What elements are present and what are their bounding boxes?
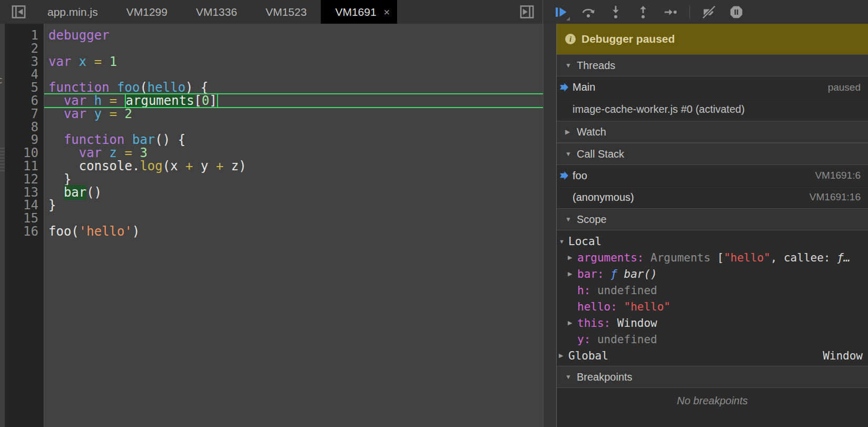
code-line-6[interactable]: var h = arguments[0] [48, 94, 543, 108]
show-navigator-icon[interactable] [519, 4, 535, 20]
scope-row[interactable]: ▶GlobalWindow [557, 347, 868, 364]
code-token: "hello" [724, 251, 771, 264]
code-token: bar: [577, 268, 610, 280]
frame-function-name: foo [573, 170, 587, 182]
scope-row[interactable]: ▼Local [557, 233, 868, 249]
section-header-call-stack[interactable]: ▼ Call Stack [557, 143, 868, 165]
code-token [86, 106, 94, 121]
section-label: Call Stack [577, 148, 624, 160]
navigator-scrollbar-thumb[interactable] [0, 148, 5, 173]
line-number[interactable]: 1 [5, 29, 38, 42]
call-stack-frame-foo[interactable]: fooVM1691:6 [557, 165, 868, 187]
sidebar-filler [557, 407, 868, 427]
line-number[interactable]: 2 [5, 42, 38, 55]
code-line-3[interactable]: var x = 1 [48, 55, 543, 69]
code-line-10[interactable]: var z = 3 [48, 147, 543, 160]
resume-script-icon[interactable] [551, 3, 570, 22]
scope-row[interactable]: ▶bar: ƒ bar() [557, 266, 868, 282]
main-area: c 12345678910111213141516 debuggervar x … [0, 24, 868, 427]
scope-row[interactable]: hello: "hello" [557, 298, 868, 315]
expander-triangle-icon[interactable]: ▶ [559, 352, 568, 359]
thread-row-image-cache-worker.js #0 (activated)[interactable]: image-cache-worker.js #0 (activated) [557, 99, 868, 121]
code-token: y: [577, 333, 597, 346]
code-token: debugger [48, 28, 110, 43]
section-header-threads[interactable]: ▼ Threads [557, 54, 868, 76]
code-area[interactable]: debuggervar x = 1function foo(hello) { v… [44, 24, 543, 427]
debugger-paused-banner: i Debugger paused [557, 24, 868, 54]
code-token: Window [617, 317, 657, 329]
scope-row[interactable]: h: undefined [557, 282, 868, 298]
debugger-sidebar: i Debugger paused ▼ Threads Mainpausedim… [556, 24, 868, 427]
line-number[interactable]: 5 [5, 81, 38, 94]
scope-row[interactable]: ▶this: Window [557, 315, 868, 331]
code-token [110, 80, 117, 95]
frame-function-name: (anonymous) [573, 191, 634, 203]
deactivate-breakpoints-icon[interactable] [699, 3, 718, 22]
line-number[interactable]: 4 [5, 68, 38, 81]
tab-VM1336[interactable]: VM1336 [182, 0, 251, 24]
line-number[interactable]: 10 [5, 147, 38, 160]
line-number[interactable]: 3 [5, 55, 38, 69]
line-number[interactable]: 11 [5, 160, 38, 173]
code-line-12[interactable]: } [48, 173, 543, 186]
step-out-icon[interactable] [634, 3, 653, 22]
frame-location: VM1691:6 [810, 170, 861, 181]
line-number[interactable]: 7 [5, 108, 38, 121]
code-token: y [193, 159, 216, 173]
chevron-icon: ▶ [565, 128, 577, 135]
code-line-13[interactable]: bar() [48, 186, 543, 199]
code-line-4[interactable] [48, 68, 543, 81]
source-editor[interactable]: 12345678910111213141516 debuggervar x = … [5, 24, 556, 427]
code-line-8[interactable] [48, 121, 543, 134]
collapsed-navigator-edge: c [0, 24, 5, 427]
line-number[interactable]: 14 [5, 199, 38, 212]
close-tab-icon[interactable]: × [384, 7, 390, 17]
line-number[interactable]: 15 [5, 212, 38, 225]
marker-spacer [560, 105, 568, 114]
code-token: Local [568, 235, 601, 248]
pause-on-exceptions-icon[interactable] [727, 3, 746, 22]
step-into-icon[interactable] [606, 3, 625, 22]
code-token [48, 93, 64, 108]
hide-navigator-icon[interactable] [11, 4, 27, 20]
code-token: arguments: [577, 251, 650, 264]
scope-row[interactable]: ▶arguments: Arguments ["hello", callee: … [557, 249, 868, 266]
tab-VM1691[interactable]: VM1691× [321, 0, 397, 24]
step-icon[interactable] [661, 3, 680, 22]
tab-VM1299[interactable]: VM1299 [112, 0, 182, 24]
code-token: ƒ [610, 268, 617, 280]
code-line-14[interactable]: } [48, 199, 543, 212]
code-line-1[interactable]: debugger [48, 29, 543, 42]
section-header-watch[interactable]: ▶ Watch [557, 121, 868, 143]
code-token [102, 145, 109, 160]
expander-triangle-icon[interactable]: ▶ [568, 254, 577, 261]
code-line-9[interactable]: function bar() { [48, 133, 543, 147]
line-number[interactable]: 9 [5, 133, 38, 147]
code-line-7[interactable]: var y = 2 [48, 108, 543, 121]
code-line-11[interactable]: console.log(x + y + z) [48, 160, 543, 173]
line-number-gutter[interactable]: 12345678910111213141516 [5, 24, 44, 427]
editor-vertical-scrollbar[interactable] [543, 24, 556, 427]
code-line-2[interactable] [48, 42, 543, 55]
chevron-icon: ▼ [565, 373, 577, 381]
thread-row-Main[interactable]: Mainpaused [557, 76, 868, 99]
expander-triangle-icon[interactable]: ▶ [568, 319, 577, 326]
tab-app.min.js[interactable]: app.min.js [33, 0, 112, 24]
tab-VM1523[interactable]: VM1523 [251, 0, 321, 24]
step-over-icon[interactable] [579, 3, 598, 22]
code-token: ) { [185, 80, 208, 95]
code-line-15[interactable] [48, 212, 543, 225]
code-line-16[interactable]: foo('hello') [48, 225, 543, 238]
scope-row[interactable]: y: undefined [557, 331, 868, 347]
section-header-breakpoints[interactable]: ▼ Breakpoints [557, 366, 868, 388]
section-header-scope[interactable]: ▼ Scope [557, 208, 868, 230]
call-stack-frame-anonymous[interactable]: (anonymous)VM1691:16 [557, 187, 868, 208]
line-number[interactable]: 12 [5, 173, 38, 186]
code-line-5[interactable]: function foo(hello) { [48, 81, 543, 94]
line-number[interactable]: 6 [5, 94, 38, 108]
line-number[interactable]: 13 [5, 186, 38, 199]
expander-triangle-icon[interactable]: ▶ [568, 270, 577, 277]
line-number[interactable]: 8 [5, 121, 38, 134]
line-number[interactable]: 16 [5, 225, 38, 238]
expander-triangle-icon[interactable]: ▼ [559, 238, 568, 245]
